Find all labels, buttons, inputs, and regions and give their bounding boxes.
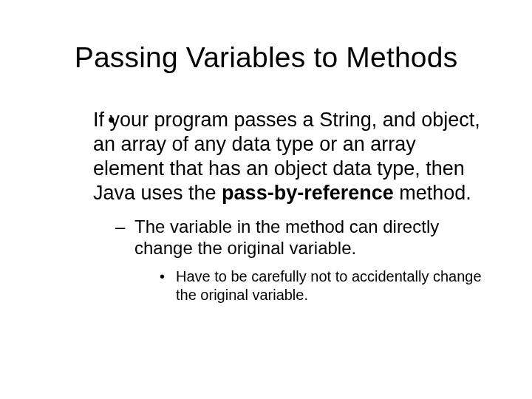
list-item: If your program passes a String, and obj… (72, 108, 491, 304)
list-item: Have to be carefully not to accidentally… (160, 267, 491, 304)
slide-title: Passing Variables to Methods (41, 41, 491, 74)
bullet-text: Have to be carefully not to accidentally… (176, 268, 482, 303)
bullet-list-level2: The variable in the method can directly … (93, 216, 491, 304)
slide: Passing Variables to Methods If your pro… (0, 0, 532, 399)
bullet-text-bold: pass-by-reference (222, 182, 394, 204)
list-item: The variable in the method can directly … (115, 216, 491, 304)
bullet-text-post: method. (394, 182, 471, 204)
bullet-list-level3: Have to be carefully not to accidentally… (134, 267, 491, 304)
bullet-list-level1: If your program passes a String, and obj… (41, 108, 491, 304)
bullet-text: The variable in the method can directly … (134, 216, 439, 258)
